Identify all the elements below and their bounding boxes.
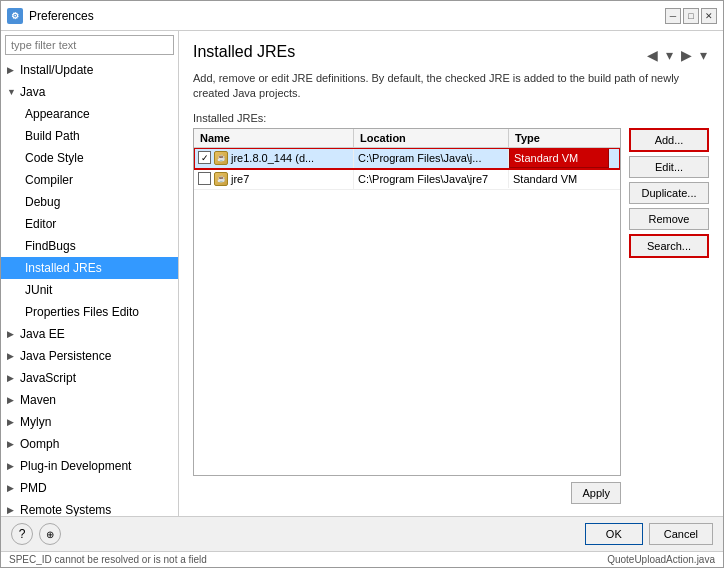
table-row[interactable]: ☕ jre7 C:\Program Files\Java\jre7 Standa… [194, 169, 620, 190]
ok-button[interactable]: OK [585, 523, 643, 545]
main-panel: Installed JREs ◀ ▾ ▶ ▾ Add, remove or ed… [179, 31, 723, 516]
close-button[interactable]: ✕ [701, 8, 717, 24]
expand-arrow-java-persistence: ▶ [7, 347, 17, 365]
sidebar-item-pmd[interactable]: ▶ PMD [1, 477, 178, 499]
remove-button[interactable]: Remove [629, 208, 709, 230]
nav-back-button[interactable]: ◀ [645, 47, 660, 63]
expand-arrow-oomph: ▶ [7, 435, 17, 453]
bottom-bar: ? ⊕ OK Cancel [1, 516, 723, 551]
jre-checkbox-1[interactable]: ✓ [198, 151, 211, 164]
sidebar-item-junit[interactable]: JUnit [1, 279, 178, 301]
sidebar: ▶ Install/Update ▼ Java Appearance Build… [1, 31, 179, 516]
jre-cell-type-1: Standard VM [509, 148, 609, 168]
edit-button[interactable]: Edit... [629, 156, 709, 178]
section-label: Installed JREs: [193, 112, 709, 124]
nav-arrows: ◀ ▾ ▶ ▾ [645, 47, 709, 63]
expand-arrow-mylyn: ▶ [7, 413, 17, 431]
apply-row: Apply [193, 482, 621, 504]
sidebar-item-java[interactable]: ▼ Java [1, 81, 178, 103]
jre-name-1: jre1.8.0_144 (d... [231, 152, 314, 164]
minimize-button[interactable]: ─ [665, 8, 681, 24]
nav-forward-button[interactable]: ▶ [679, 47, 694, 63]
preferences-link-button[interactable]: ⊕ [39, 523, 61, 545]
search-button[interactable]: Search... [629, 234, 709, 258]
sidebar-item-debug[interactable]: Debug [1, 191, 178, 213]
buttons-panel: Add... Edit... Duplicate... Remove Searc… [629, 128, 709, 504]
sidebar-item-java-ee[interactable]: ▶ Java EE [1, 323, 178, 345]
title-bar-controls: ─ □ ✕ [665, 8, 717, 24]
main-header: Installed JREs ◀ ▾ ▶ ▾ [193, 43, 709, 67]
nav-forward-dropdown-button[interactable]: ▾ [698, 47, 709, 63]
expand-arrow-remote: ▶ [7, 501, 17, 516]
sidebar-item-maven[interactable]: ▶ Maven [1, 389, 178, 411]
jre-cell-type-2: Standard VM [509, 170, 609, 188]
sidebar-item-findbugs[interactable]: FindBugs [1, 235, 178, 257]
apply-button[interactable]: Apply [571, 482, 621, 504]
jre-icon-1: ☕ [214, 151, 228, 165]
sidebar-item-java-persistence[interactable]: ▶ Java Persistence [1, 345, 178, 367]
jre-cell-loc-1: C:\Program Files\Java\j... [354, 149, 509, 167]
jre-icon-2: ☕ [214, 172, 228, 186]
jre-table: Name Location Type ✓ ☕ jre1.8.0_ [193, 128, 621, 476]
status-right: QuoteUploadAction.java [607, 554, 715, 565]
table-row[interactable]: ✓ ☕ jre1.8.0_144 (d... C:\Program Files\… [194, 148, 620, 169]
cancel-button[interactable]: Cancel [649, 523, 713, 545]
sidebar-item-installed-jres[interactable]: Installed JREs [1, 257, 178, 279]
main-description: Add, remove or edit JRE definitions. By … [193, 71, 709, 102]
jre-checkbox-2[interactable] [198, 172, 211, 185]
filter-input[interactable] [5, 35, 174, 55]
jre-cell-name-2: ☕ jre7 [194, 169, 354, 189]
sidebar-item-code-style[interactable]: Code Style [1, 147, 178, 169]
content-area: ▶ Install/Update ▼ Java Appearance Build… [1, 31, 723, 516]
sidebar-item-properties-files[interactable]: Properties Files Edito [1, 301, 178, 323]
expand-arrow: ▶ [7, 61, 17, 79]
expand-arrow-java: ▼ [7, 83, 17, 101]
status-bar: SPEC_ID cannot be resolved or is not a f… [1, 551, 723, 567]
col-header-type: Type [509, 129, 609, 147]
help-button[interactable]: ? [11, 523, 33, 545]
maximize-button[interactable]: □ [683, 8, 699, 24]
sidebar-item-build-path[interactable]: Build Path [1, 125, 178, 147]
bottom-left: ? ⊕ [11, 523, 61, 545]
jre-table-section: Name Location Type ✓ ☕ jre1.8.0_ [193, 128, 621, 504]
sidebar-tree: ▶ Install/Update ▼ Java Appearance Build… [1, 59, 178, 516]
title-bar: ⚙ Preferences ─ □ ✕ [1, 1, 723, 31]
preferences-window: ⚙ Preferences ─ □ ✕ ▶ Install/Update ▼ J [0, 0, 724, 568]
expand-arrow-pmd: ▶ [7, 479, 17, 497]
expand-arrow-javascript: ▶ [7, 369, 17, 387]
table-header: Name Location Type [194, 129, 620, 148]
jre-cell-name-1: ✓ ☕ jre1.8.0_144 (d... [194, 148, 354, 168]
expand-arrow-plugin: ▶ [7, 457, 17, 475]
sidebar-item-oomph[interactable]: ▶ Oomph [1, 433, 178, 455]
window-title: Preferences [29, 9, 94, 23]
nav-dropdown-button[interactable]: ▾ [664, 47, 675, 63]
table-body: ✓ ☕ jre1.8.0_144 (d... C:\Program Files\… [194, 148, 620, 475]
jre-cell-loc-2: C:\Program Files\Java\jre7 [354, 170, 509, 188]
sidebar-item-editor[interactable]: Editor [1, 213, 178, 235]
sidebar-item-install-update[interactable]: ▶ Install/Update [1, 59, 178, 81]
sidebar-item-javascript[interactable]: ▶ JavaScript [1, 367, 178, 389]
sidebar-item-compiler[interactable]: Compiler [1, 169, 178, 191]
sidebar-item-appearance[interactable]: Appearance [1, 103, 178, 125]
expand-arrow-java-ee: ▶ [7, 325, 17, 343]
sidebar-item-plugin-development[interactable]: ▶ Plug-in Development [1, 455, 178, 477]
col-header-name: Name [194, 129, 354, 147]
jre-name-2: jre7 [231, 173, 249, 185]
page-title: Installed JREs [193, 43, 295, 61]
add-button[interactable]: Add... [629, 128, 709, 152]
sidebar-item-mylyn[interactable]: ▶ Mylyn [1, 411, 178, 433]
sidebar-item-remote-systems[interactable]: ▶ Remote Systems [1, 499, 178, 516]
status-left: SPEC_ID cannot be resolved or is not a f… [9, 554, 207, 565]
main-inner: Name Location Type ✓ ☕ jre1.8.0_ [193, 128, 709, 504]
expand-arrow-maven: ▶ [7, 391, 17, 409]
duplicate-button[interactable]: Duplicate... [629, 182, 709, 204]
col-header-location: Location [354, 129, 509, 147]
app-icon: ⚙ [7, 8, 23, 24]
title-bar-left: ⚙ Preferences [7, 8, 94, 24]
bottom-right: OK Cancel [585, 523, 713, 545]
